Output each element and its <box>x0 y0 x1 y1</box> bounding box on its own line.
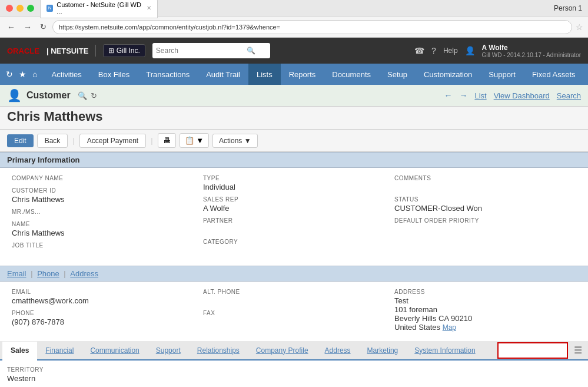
tab-support[interactable]: Support <box>148 342 189 360</box>
alt-phone-value <box>203 296 385 305</box>
navigation-bar: ↻ ★ ⌂ Activities Box Files Transactions … <box>0 64 588 85</box>
job-title-value <box>12 250 194 259</box>
maximize-button[interactable] <box>27 5 34 12</box>
nav-item-lists[interactable]: Lists <box>248 64 281 85</box>
tab-search-box[interactable] <box>497 342 568 359</box>
nav-item-audit-trail[interactable]: Audit Trail <box>198 64 248 85</box>
view-dashboard-link[interactable]: View Dashboard <box>494 91 550 100</box>
address-field: ADDRESS Test 101 foreman Beverly Hills C… <box>390 286 581 334</box>
comments-label: COMMENTS <box>394 175 576 181</box>
home-icon[interactable]: ⌂ <box>32 70 37 79</box>
user-icon[interactable]: 👤 <box>465 46 475 55</box>
default-order-value <box>394 225 576 234</box>
phone-value: (907) 876-7878 <box>12 317 194 326</box>
prev-record-button[interactable]: ← <box>441 90 454 101</box>
status-value: CUSTOMER-Closed Won <box>394 204 576 213</box>
nav-item-documents[interactable]: Documents <box>324 64 379 85</box>
close-button[interactable] <box>6 5 13 12</box>
accept-payment-button[interactable]: Accept Payment <box>79 134 146 148</box>
print-button[interactable]: 🖶 <box>158 133 176 148</box>
edit-button[interactable]: Edit <box>7 134 34 147</box>
type-value: Individual <box>203 183 385 191</box>
phone-label: PHONE <box>12 310 194 316</box>
refresh-customer-icon[interactable]: ↻ <box>91 91 97 100</box>
phone-section-link[interactable]: Phone <box>37 269 59 278</box>
search-icon: 🔍 <box>247 47 255 55</box>
tab-address[interactable]: Address <box>317 342 359 360</box>
actions-button[interactable]: Actions ▼ <box>212 134 258 148</box>
company-icon: ⊞ <box>108 47 114 55</box>
forward-nav-button[interactable]: → <box>21 21 34 33</box>
email-value: cmatthews@work.com <box>12 296 194 305</box>
mr-ms-field: MR./MS... <box>7 206 198 219</box>
address-line1: Test <box>394 296 408 305</box>
nav-item-support[interactable]: Support <box>480 64 524 85</box>
phone-field: PHONE (907) 876-7878 <box>7 307 198 329</box>
address-line2: 101 foreman <box>394 305 437 314</box>
back-nav-button[interactable]: ← <box>5 21 18 33</box>
home-refresh-icon[interactable]: ↻ <box>6 70 13 79</box>
nav-item-reports[interactable]: Reports <box>281 64 324 85</box>
main-tabs-bar: Sales Financial Communication Support Re… <box>0 341 588 360</box>
address-section-link[interactable]: Address <box>70 269 98 278</box>
help-label[interactable]: Help <box>443 47 458 55</box>
record-content: Primary Information COMPANY NAME CUSTOME… <box>0 152 588 387</box>
nav-more-button[interactable]: ⋮ <box>584 64 588 85</box>
netsuite-header: ORACLE | NETSUITE ⊞ Gill Inc. 🔍 ☎ ? Help… <box>0 38 588 64</box>
nav-item-activities[interactable]: Activities <box>43 64 89 85</box>
notification-icon[interactable]: ☎ <box>414 46 424 55</box>
search-link[interactable]: Search <box>557 91 581 100</box>
customer-id-value: Chris Matthews <box>12 195 194 204</box>
nav-item-fixed-assets[interactable]: Fixed Assets <box>524 64 584 85</box>
nav-item-box-files[interactable]: Box Files <box>90 64 138 85</box>
url-bar[interactable] <box>52 20 572 34</box>
search-customer-icon[interactable]: 🔍 <box>78 91 87 100</box>
contact-section-header: Email | Phone | Address <box>0 266 588 282</box>
email-section-link[interactable]: Email <box>7 269 26 278</box>
tab-marketing[interactable]: Marketing <box>359 342 407 360</box>
copy-button[interactable]: 📋 ▼ <box>180 133 209 148</box>
map-link[interactable]: Map <box>443 323 456 332</box>
nav-item-customization[interactable]: Customization <box>416 64 480 85</box>
tab-relationships[interactable]: Relationships <box>189 342 248 360</box>
global-search-box[interactable]: 🔍 <box>152 43 270 58</box>
address-bar: ← → ↻ ☆ <box>0 16 588 38</box>
header-right: ☎ ? Help 👤 A Wolfe Gill WD - 2014.2.10.1… <box>414 44 581 58</box>
partner-label: PARTNER <box>203 217 385 224</box>
user-detail: Gill WD - 2014.2.10.17 - Administrator <box>482 52 581 58</box>
default-order-field: DEFAULT ORDER PRIORITY <box>390 215 581 236</box>
star-icon[interactable]: ★ <box>19 70 26 79</box>
sales-rep-value: A Wolfe <box>203 204 385 213</box>
help-icon[interactable]: ? <box>431 46 436 55</box>
browser-tab[interactable]: N Customer - NetSuite (Gill WD ... ✕ <box>40 0 158 18</box>
customer-header: 👤 Customer 🔍 ↻ ← → List View Dashboard S… <box>0 85 588 107</box>
sales-content-area: TERRITORY Western <box>0 360 588 387</box>
primary-info-header: Primary Information <box>0 152 588 168</box>
address-line3: Beverly Hills CA 90210 <box>394 314 472 323</box>
global-search-input[interactable] <box>156 47 244 55</box>
list-link[interactable]: List <box>474 91 486 100</box>
tab-close-icon[interactable]: ✕ <box>147 5 151 11</box>
alt-phone-field: ALT. PHONE <box>198 286 390 307</box>
nav-item-setup[interactable]: Setup <box>379 64 416 85</box>
tab-system-information[interactable]: System Information <box>406 342 483 360</box>
tab-list-view-icon[interactable]: ☰ <box>568 341 588 359</box>
tab-communication[interactable]: Communication <box>82 342 147 360</box>
nav-item-transactions[interactable]: Transactions <box>138 64 198 85</box>
email-label: EMAIL <box>12 289 194 295</box>
tab-sales[interactable]: Sales <box>2 342 37 360</box>
minimize-button[interactable] <box>16 5 24 12</box>
mac-titlebar: N Customer - NetSuite (Gill WD ... ✕ Per… <box>0 0 588 16</box>
name-value: Chris Matthews <box>12 229 194 237</box>
next-record-button[interactable]: → <box>457 90 470 101</box>
tab-company-profile[interactable]: Company Profile <box>248 342 317 360</box>
partner-field: PARTNER <box>198 215 390 236</box>
window-controls[interactable] <box>6 5 34 12</box>
back-button[interactable]: Back <box>37 134 68 148</box>
bookmark-icon[interactable]: ☆ <box>576 22 583 32</box>
oracle-logo: ORACLE <box>7 47 39 55</box>
tab-financial[interactable]: Financial <box>37 342 82 360</box>
name-field: NAME Chris Matthews <box>7 219 198 240</box>
refresh-button[interactable]: ↻ <box>38 21 49 32</box>
fax-field: FAX <box>198 307 390 329</box>
